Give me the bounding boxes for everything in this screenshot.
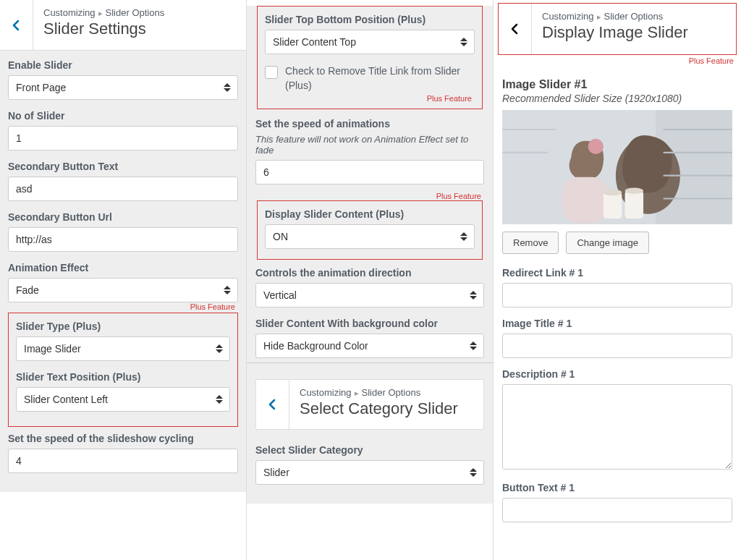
breadcrumb-root: Customizing [43, 7, 96, 18]
select-slider-category-select[interactable]: Slider [255, 460, 484, 485]
panel-slider-settings: Customizing▸Slider Options Slider Settin… [0, 0, 247, 560]
svg-point-10 [604, 190, 622, 195]
svg-rect-9 [625, 191, 643, 219]
breadcrumb: Customizing▸Slider Options [43, 7, 236, 18]
divider [247, 362, 493, 363]
enable-slider-label: Enable Slider [8, 59, 238, 71]
back-button[interactable] [499, 4, 532, 54]
description-label: Description # 1 [502, 368, 732, 380]
panel-slider-options-middle: Slider Top Bottom Position (Plus) Slider… [247, 0, 494, 560]
speed-animations-label: Set the speed of animations [255, 118, 484, 130]
plus-feature-group: Display Slider Content (Plus) ON [257, 200, 483, 260]
breadcrumb-current: Slider Options [604, 11, 664, 22]
breadcrumb-sep-icon: ▸ [98, 9, 103, 17]
button-text-input[interactable] [502, 498, 732, 522]
animation-direction-label: Controls the animation direction [255, 267, 484, 279]
back-button[interactable] [0, 0, 33, 50]
speed-slideshow-input[interactable] [8, 449, 238, 473]
svg-rect-8 [604, 192, 622, 219]
breadcrumb: Customizing▸Slider Options [542, 11, 726, 22]
breadcrumb-current: Slider Options [362, 387, 421, 398]
speed-animations-input[interactable] [255, 160, 484, 184]
remove-image-button[interactable]: Remove [502, 232, 559, 254]
plus-feature-group: Customizing▸Slider Options Display Image… [498, 3, 737, 55]
plus-feature-group: Slider Top Bottom Position (Plus) Slider… [257, 6, 483, 109]
secondary-button-url-input[interactable] [8, 227, 238, 252]
remove-title-link-label: Check to Remove Title Link from Slider (… [285, 64, 475, 93]
plus-feature-badge: Plus Feature [8, 302, 238, 311]
speed-slideshow-label: Set the speed of the slideshow cycling [8, 433, 238, 444]
no-of-slider-input[interactable] [8, 126, 238, 150]
animation-effect-label: Animation Effect [8, 262, 238, 273]
secondary-button-url-label: Secondary Button Url [8, 211, 238, 223]
select-slider-category-label: Select Slider Category [255, 444, 484, 456]
panel-title: Slider Settings [43, 20, 236, 38]
button-text-label: Button Text # 1 [502, 482, 732, 493]
panel-display-image-slider: Customizing▸Slider Options Display Image… [494, 0, 741, 560]
image-title-label: Image Title # 1 [502, 318, 732, 329]
slider-text-position-select[interactable]: Slider Content Left [16, 387, 230, 412]
svg-point-11 [625, 188, 643, 194]
slider-text-position-label: Slider Text Position (Plus) [16, 371, 230, 383]
redirect-link-input[interactable] [502, 283, 732, 307]
speed-animations-hint: This feature will not work on Animation … [255, 134, 484, 156]
breadcrumb: Customizing▸Slider Options [300, 387, 473, 398]
breadcrumb-current: Slider Options [106, 7, 165, 18]
panel-header: Customizing▸Slider Options Display Image… [499, 4, 736, 54]
top-bottom-position-select[interactable]: Slider Content Top [265, 30, 475, 54]
panel-header: Customizing▸Slider Options Select Catego… [255, 379, 484, 430]
back-button[interactable] [256, 380, 289, 429]
image-slider-heading: Image Slider #1 [502, 78, 732, 91]
chevron-left-icon [509, 23, 521, 35]
slider-type-label: Slider Type (Plus) [16, 321, 230, 332]
plus-feature-badge: Plus Feature [255, 192, 484, 200]
breadcrumb-sep-icon: ▸ [597, 12, 601, 21]
no-of-slider-label: No of Slider [8, 110, 238, 122]
animation-direction-select[interactable]: Vertical [255, 283, 484, 307]
slider-type-select[interactable]: Image Slider [16, 336, 230, 361]
display-slider-content-select[interactable]: ON [265, 224, 475, 249]
slider-image-preview [502, 110, 732, 224]
plus-feature-badge: Plus Feature [494, 55, 741, 69]
content-bg-color-select[interactable]: Hide Background Color [255, 334, 484, 358]
breadcrumb-root: Customizing [542, 11, 594, 22]
recommended-size-text: Recommended Slider Size (1920x1080) [502, 93, 732, 104]
remove-title-link-checkbox[interactable] [265, 66, 278, 79]
secondary-button-text-label: Secondary Button Text [8, 161, 238, 172]
panel-title: Display Image Slider [542, 23, 726, 42]
animation-effect-select[interactable]: Fade [8, 278, 238, 302]
svg-rect-7 [562, 177, 609, 224]
chevron-left-icon [267, 399, 279, 410]
change-image-button[interactable]: Change image [566, 232, 649, 254]
top-bottom-position-label: Slider Top Bottom Position (Plus) [265, 14, 475, 25]
panel-title: Select Category Slider [300, 399, 473, 418]
plus-feature-group: Slider Type (Plus) Image Slider Slider T… [8, 313, 238, 427]
image-title-input[interactable] [502, 334, 732, 358]
panel-header: Customizing▸Slider Options Slider Settin… [0, 0, 246, 51]
content-bg-color-label: Slider Content With background color [255, 318, 484, 329]
svg-point-6 [588, 139, 604, 154]
breadcrumb-root: Customizing [300, 387, 352, 398]
enable-slider-select[interactable]: Front Page [8, 75, 238, 100]
preview-image-icon [502, 110, 732, 224]
breadcrumb-sep-icon: ▸ [355, 389, 359, 397]
redirect-link-label: Redirect Link # 1 [502, 267, 732, 279]
chevron-left-icon [11, 20, 22, 31]
display-slider-content-label: Display Slider Content (Plus) [265, 208, 475, 220]
description-textarea[interactable] [502, 384, 732, 470]
secondary-button-text-input[interactable] [8, 177, 238, 201]
plus-feature-badge: Plus Feature [265, 94, 475, 103]
